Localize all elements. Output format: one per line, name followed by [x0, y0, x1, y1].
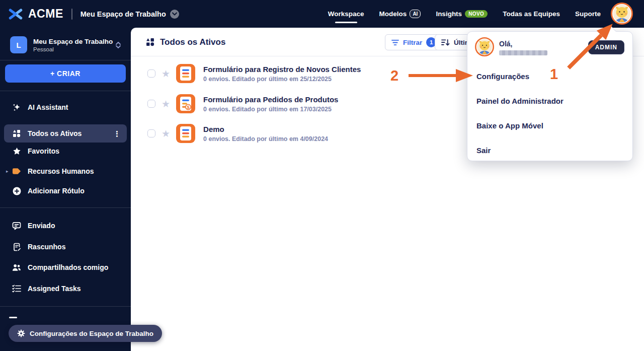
- redacted-username: [499, 50, 547, 55]
- star-icon[interactable]: ★: [162, 129, 170, 138]
- sidebar-item-recursos-humanos[interactable]: ▸ Recursos Humanos: [4, 162, 127, 180]
- form-money-icon: $: [176, 94, 195, 113]
- acme-logo-icon: [8, 8, 23, 21]
- ai-badge: AI: [410, 10, 421, 18]
- filter-button[interactable]: Filtrar 1: [385, 34, 443, 50]
- sidebar-item-label: Compartilhados comigo: [28, 263, 108, 271]
- workspace-switcher-label: Meu Espaço de Trabalho: [80, 10, 166, 18]
- chevron-up-down-icon: [116, 42, 121, 48]
- row-checkbox[interactable]: [147, 69, 155, 78]
- filter-button-label: Filtrar: [403, 39, 422, 46]
- workspace-name: Meu Espaço de Trabalho: [33, 38, 110, 45]
- row-checkbox[interactable]: [147, 129, 155, 137]
- sidebar-item-label: Recursos Humanos: [28, 167, 94, 175]
- admin-badge: ADMIN: [588, 40, 624, 54]
- sidebar-item-favoritos[interactable]: Favoritos: [4, 142, 127, 160]
- gear-icon: [17, 329, 25, 337]
- divider: [0, 60, 131, 60]
- nav-workspace[interactable]: Workspace: [328, 0, 364, 28]
- sidebar-item-label: Favoritos: [28, 147, 59, 155]
- greeting-text: Olá,: [499, 40, 512, 48]
- sidebar-item-adicionar-rotulo[interactable]: Adicionar Rótulo: [4, 182, 127, 200]
- asset-meta: 0 envios. Editado por último em 17/03/20…: [203, 106, 338, 113]
- menu-item-configuracoes[interactable]: Configurações: [467, 64, 633, 89]
- sidebar-workspace-selector[interactable]: L Meu Espaço de Trabalho Pessoal: [0, 33, 131, 57]
- sidebar-item-label: Enviado: [28, 222, 55, 230]
- grid-shapes-icon: [146, 38, 154, 46]
- filter-icon: [391, 39, 399, 46]
- sidebar-item-label: AI Assistant: [28, 103, 68, 111]
- kebab-menu-icon[interactable]: ⋮: [113, 130, 121, 137]
- sidebar: L Meu Espaço de Trabalho Pessoal + CRIAR…: [0, 28, 131, 351]
- divider: [71, 9, 72, 20]
- sidebar-item-rascunhos[interactable]: Rascunhos: [4, 238, 127, 256]
- document-pencil-icon: [12, 243, 21, 251]
- nav-insights[interactable]: Insights NOVO: [436, 0, 488, 28]
- sidebar-item-label: Assigned Tasks: [28, 285, 81, 293]
- topbar: ACME Meu Espaço de Trabalho Workspace Mo…: [0, 0, 644, 28]
- page-title: Todos os Ativos: [160, 37, 225, 47]
- nav-modelos[interactable]: Modelos AI: [379, 0, 421, 28]
- workspace-settings-pill[interactable]: Configurações do Espaço de Trabalho: [9, 325, 162, 342]
- workspace-switcher[interactable]: Meu Espaço de Trabalho: [80, 10, 179, 19]
- nav-workspace-label: Workspace: [328, 10, 364, 18]
- asset-row: ★ Demo 0 envios. Editado por último em 4…: [131, 119, 483, 148]
- people-icon: [12, 263, 21, 271]
- workspace-settings-label: Configurações do Espaço de Trabalho: [30, 330, 153, 337]
- form-icon: [176, 64, 195, 83]
- nav-todas-as-equipes-label: Todas as Equipes: [503, 10, 560, 18]
- nav-insights-label: Insights: [436, 10, 462, 18]
- asset-title[interactable]: Formulário para Pedidos de Produtos: [203, 95, 338, 104]
- workspace-type: Pessoal: [33, 46, 110, 52]
- plus-circle-icon: [12, 187, 21, 195]
- user-dropdown-menu: Olá, ADMIN Configurações Painel do Admin…: [467, 31, 633, 161]
- sidebar-item-assigned-tasks[interactable]: Assigned Tasks: [4, 279, 127, 298]
- nav-suporte-label: Suporte: [575, 10, 601, 18]
- workspace-avatar: L: [10, 36, 27, 53]
- asset-row: ★ $ Formulário para Pedidos de Produtos …: [131, 90, 483, 118]
- divider: [0, 91, 131, 91]
- asset-row: ★ Formulário para Registro de Novos Clie…: [131, 59, 483, 88]
- asset-meta: 0 envios. Editado por último em 4/09/202…: [203, 135, 328, 143]
- divider: [0, 207, 131, 208]
- novo-badge: NOVO: [465, 10, 488, 18]
- sidebar-item-ai-assistant[interactable]: AI Assistant: [4, 98, 127, 116]
- brand: ACME Meu Espaço de Trabalho: [8, 0, 179, 28]
- user-avatar: [475, 37, 494, 56]
- asset-title[interactable]: Demo: [203, 125, 328, 133]
- sort-icon: [441, 39, 450, 46]
- expand-caret-icon[interactable]: ▸: [6, 169, 9, 174]
- menu-item-painel-do-administrador[interactable]: Painel do Administrador: [467, 89, 633, 113]
- sparkles-icon: [12, 103, 21, 112]
- row-checkbox[interactable]: [147, 100, 155, 108]
- chevron-down-icon: [170, 10, 179, 19]
- user-avatar[interactable]: [611, 3, 633, 25]
- asset-meta: 0 envios. Editado por último em 25/12/20…: [203, 76, 361, 83]
- partially-hidden-item: [9, 317, 17, 318]
- sidebar-item-compartilhados-comigo[interactable]: Compartilhados comigo: [4, 258, 127, 276]
- star-icon: [12, 147, 21, 156]
- top-navigation: Workspace Modelos AI Insights NOVO Todas…: [328, 0, 601, 28]
- message-icon: [12, 222, 21, 230]
- grid-shapes-icon: [12, 129, 21, 137]
- user-menu-header: Olá, ADMIN: [467, 32, 632, 64]
- star-icon[interactable]: ★: [162, 69, 170, 79]
- menu-item-baixe-o-app-movel[interactable]: Baixe o App Móvel: [467, 113, 633, 138]
- brand-name: ACME: [28, 7, 63, 21]
- sidebar-item-label: Rascunhos: [28, 243, 65, 251]
- create-button[interactable]: + CRIAR: [5, 64, 126, 83]
- checklist-icon: [12, 285, 21, 293]
- label-tag-icon: [12, 168, 21, 175]
- nav-suporte[interactable]: Suporte: [575, 0, 601, 28]
- nav-modelos-label: Modelos: [379, 10, 407, 18]
- menu-item-sair[interactable]: Sair: [467, 138, 633, 163]
- form-icon: [176, 124, 195, 143]
- svg-text:$: $: [187, 105, 190, 110]
- sidebar-item-enviado[interactable]: Enviado: [4, 217, 127, 235]
- asset-title[interactable]: Formulário para Registro de Novos Client…: [203, 65, 361, 74]
- star-icon[interactable]: ★: [162, 99, 170, 109]
- sidebar-item-label: Adicionar Rótulo: [28, 187, 85, 195]
- sidebar-item-label: Todos os Ativos: [28, 129, 82, 137]
- nav-todas-as-equipes[interactable]: Todas as Equipes: [503, 0, 560, 28]
- sidebar-item-todos-os-ativos[interactable]: Todos os Ativos ⋮: [4, 124, 127, 143]
